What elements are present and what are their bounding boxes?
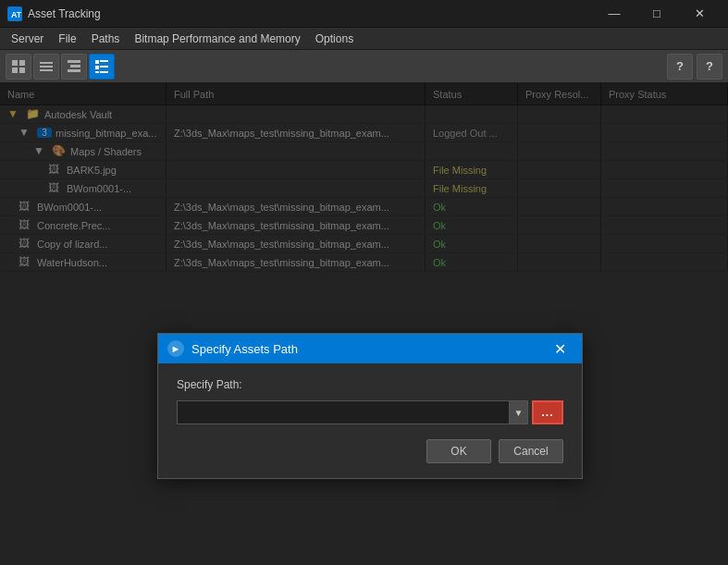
browse-button[interactable]: ... xyxy=(532,400,563,424)
dialog-titlebar: ► Specify Assets Path ✕ xyxy=(158,334,582,363)
svg-rect-9 xyxy=(68,60,80,63)
dialog-body: Specify Path: ▼ ... OK Cancel xyxy=(158,363,582,478)
cancel-button[interactable]: Cancel xyxy=(499,439,563,463)
dialog-input-row: ▼ ... xyxy=(177,400,563,424)
info-button[interactable]: ? xyxy=(697,54,722,80)
svg-rect-5 xyxy=(19,68,25,73)
menu-server[interactable]: Server xyxy=(4,29,51,49)
svg-rect-7 xyxy=(40,66,53,68)
svg-rect-11 xyxy=(68,69,80,72)
svg-rect-12 xyxy=(95,60,99,64)
specify-path-input[interactable] xyxy=(177,400,510,424)
dialog-close-button[interactable]: ✕ xyxy=(547,336,573,362)
specify-assets-path-dialog: ► Specify Assets Path ✕ Specify Path: ▼ … xyxy=(157,333,583,479)
toolbar: ? ? xyxy=(0,50,728,83)
dialog-specify-label: Specify Path: xyxy=(177,378,563,391)
svg-rect-10 xyxy=(70,65,80,68)
menu-bitmap[interactable]: Bitmap Performance and Memory xyxy=(127,29,307,49)
window-controls: — □ ✕ xyxy=(593,0,721,28)
dialog-buttons: OK Cancel xyxy=(177,439,563,463)
dialog-overlay: ► Specify Assets Path ✕ Specify Path: ▼ … xyxy=(0,83,728,565)
toolbar-btn-2[interactable] xyxy=(33,54,59,80)
menu-file[interactable]: File xyxy=(51,29,83,49)
svg-rect-13 xyxy=(100,60,108,62)
ok-button[interactable]: OK xyxy=(426,439,491,463)
menu-options[interactable]: Options xyxy=(308,29,361,49)
dialog-input-wrapper: ▼ xyxy=(177,400,528,424)
close-button[interactable]: ✕ xyxy=(678,0,721,28)
window-title: Asset Tracking xyxy=(28,7,587,20)
main-content: Name Full Path Status Proxy Resol... Pro… xyxy=(0,83,728,565)
toolbar-btn-1[interactable] xyxy=(6,54,31,80)
title-bar: AT Asset Tracking — □ ✕ xyxy=(0,0,728,28)
help-button[interactable]: ? xyxy=(667,54,693,80)
minimize-button[interactable]: — xyxy=(593,0,635,28)
dialog-title: Specify Assets Path xyxy=(191,342,539,356)
svg-rect-17 xyxy=(100,71,108,73)
menu-bar: Server File Paths Bitmap Performance and… xyxy=(0,28,728,50)
dialog-icon: ► xyxy=(167,340,184,357)
toolbar-btn-4[interactable] xyxy=(89,54,115,80)
maximize-button[interactable]: □ xyxy=(635,0,678,28)
menu-paths[interactable]: Paths xyxy=(84,29,128,49)
svg-rect-4 xyxy=(12,68,18,73)
svg-rect-14 xyxy=(95,66,99,69)
app-icon: AT xyxy=(7,6,22,21)
svg-rect-8 xyxy=(40,69,53,71)
svg-rect-15 xyxy=(100,66,108,68)
dropdown-button[interactable]: ▼ xyxy=(510,400,528,424)
svg-rect-16 xyxy=(95,71,99,73)
svg-rect-3 xyxy=(19,60,25,66)
svg-rect-6 xyxy=(40,62,53,64)
toolbar-btn-3[interactable] xyxy=(61,54,87,80)
svg-rect-2 xyxy=(12,60,18,66)
svg-text:AT: AT xyxy=(11,10,21,19)
